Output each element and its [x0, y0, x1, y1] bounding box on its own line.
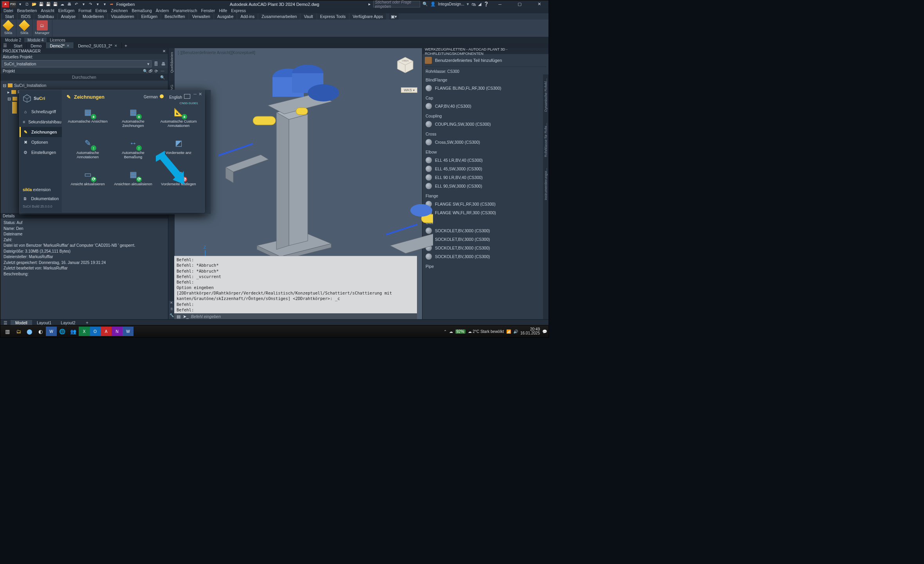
ribbon-tab[interactable]: Visualisieren — [108, 13, 137, 20]
sucri-grid-item[interactable]: CN00-SU001📐+Automatische Custom Annotati… — [157, 105, 200, 128]
ribbon-tab[interactable]: Verwalten — [189, 13, 213, 20]
sucri-menu-zeichnungen[interactable]: ✎Zeichnungen — [20, 127, 62, 137]
taskbar-onenote-icon[interactable]: N — [112, 327, 123, 336]
project-search[interactable]: Durchsuchen — [0, 74, 168, 81]
taskbar-acad-icon[interactable]: A — [101, 327, 112, 336]
cmd-pipe-icon[interactable]: ⎘ — [169, 307, 174, 313]
sikla-icon[interactable] — [19, 20, 30, 31]
ribbon-tab[interactable]: Einfügen — [138, 13, 161, 20]
menu-item[interactable]: Zeichnen — [111, 8, 128, 13]
palette-sidetab[interactable]: Instrumentierungsr... — [544, 168, 548, 200]
palette-item[interactable]: ELL 45 LR,BV,40 (CS300) — [426, 156, 540, 164]
palette-item[interactable]: Cross,SW,3000 (CS300) — [426, 138, 540, 146]
menu-item[interactable]: Extras — [95, 8, 107, 13]
ribbon-tab[interactable]: Modellieren — [79, 13, 107, 20]
help-icon[interactable]: ❔ — [484, 2, 489, 7]
sucri-grid-item[interactable]: ▭⟳Ansicht aktualisieren — [67, 168, 109, 186]
proj-ico[interactable]: ⟳ — [155, 69, 160, 73]
app-icon[interactable]: A — [2, 1, 9, 7]
sucri-grid-item[interactable]: ▦⟳Ansichten aktualisieren — [112, 168, 154, 186]
ribbon-tab[interactable]: Beschriften — [161, 13, 188, 20]
proj-tool-icon[interactable]: 🗄 — [153, 61, 159, 67]
search-icon[interactable]: 🔍 — [422, 2, 428, 7]
palette-item[interactable]: SOCKOLET,BV,3000 (CS300) — [426, 235, 540, 244]
taskbar-grip-icon[interactable]: ▥ — [2, 327, 13, 336]
undo-icon[interactable]: ↶ — [73, 1, 79, 7]
menu-item[interactable]: Express — [231, 8, 246, 13]
help-search[interactable]: Stichwort oder Frage eingeben — [373, 1, 420, 7]
ribbon-tab[interactable]: Start — [2, 13, 17, 20]
close-icon[interactable]: ✕ — [114, 44, 117, 48]
doctab-add-icon[interactable]: ＋ — [122, 43, 130, 49]
sikla-icon[interactable] — [3, 20, 14, 31]
sucri-menu-doc[interactable]: 🗎Dokumentation — [20, 193, 62, 204]
user-icon[interactable]: 👤 — [430, 2, 436, 7]
sucri-menu-einstellungen[interactable]: ⚙Einstellungen — [20, 147, 62, 157]
ribbon-tab[interactable]: Add-ins — [237, 13, 258, 20]
layout-tab[interactable]: Layout2 — [56, 320, 80, 325]
cloud-icon[interactable]: ☁ — [59, 1, 65, 7]
ribbon-tab[interactable]: Analyse — [58, 13, 79, 20]
command-line[interactable]: ▤ ➤_ Befehl eingeben — [174, 313, 417, 320]
taskbar-onedrive-icon[interactable]: ☁ — [449, 329, 453, 334]
open-icon[interactable]: 📂 — [31, 1, 37, 7]
ribbon-tab[interactable]: Zusammenarbeiten — [258, 13, 300, 20]
command-log[interactable]: Befehl:Befehl: *Abbruch*Befehl: *Abbruch… — [174, 256, 417, 313]
palette-item[interactable]: SOCKOLET,BV,3000 (CS300) — [426, 226, 540, 235]
palette-item[interactable]: FLANGE WN,FL,RF,300 (CS300) — [426, 208, 540, 217]
taskbar-excel-icon[interactable]: X — [79, 327, 90, 336]
maximize-button[interactable]: ▢ — [511, 0, 528, 8]
palette-item[interactable]: SOCKOLET,BV,3000 (CS300) — [426, 252, 540, 261]
menu-item[interactable]: Bearbeiten — [17, 8, 37, 13]
sucri-grid-item[interactable]: ◩⊘Vorderseite festlegen — [157, 168, 200, 186]
taskbar-battery-icon[interactable]: 92% — [455, 329, 466, 334]
sucri-grid-item[interactable]: ↔↑Automatische Bemaßung — [112, 137, 154, 159]
close-button[interactable]: ✕ — [531, 0, 548, 8]
taskbar-weather[interactable]: ☁ 2°C Stark bewölkt — [468, 329, 504, 334]
sucri-menu-stahlbau[interactable]: ≡Sekundärstahlbau — [20, 117, 62, 127]
manager-icon[interactable]: 🗂 — [37, 20, 48, 31]
menu-item[interactable]: Ändern — [156, 8, 169, 13]
save-icon[interactable]: 💾 — [38, 1, 44, 7]
ribbon-tab[interactable]: Ausgabe — [214, 13, 236, 20]
taskbar-chrome-icon[interactable]: ◐ — [35, 327, 46, 336]
palette-sidetab[interactable]: Dynamische Rohrkl... — [544, 78, 548, 112]
palette-item[interactable]: FLANGE BLIND,FL,RF,300 (CS300) — [426, 84, 540, 92]
menu-item[interactable]: Format — [78, 8, 91, 13]
layout-tab[interactable]: Layout1 — [32, 320, 56, 325]
ribbon-tab[interactable]: ISOS — [18, 13, 34, 20]
new-icon[interactable]: 🗋 — [24, 1, 30, 7]
saveall-icon[interactable]: 💾 — [52, 1, 58, 7]
cmd-menu-icon[interactable]: ▤ — [177, 314, 180, 319]
palette-item[interactable]: CAP,BV,40 (CS300) — [426, 102, 540, 110]
panel-close-icon[interactable]: ✕ — [162, 49, 166, 53]
palette-add-row[interactable]: Benutzerdefiniertes Teil hinzufügen — [425, 56, 546, 67]
menu-item[interactable]: Datei — [4, 8, 13, 13]
proj-ico[interactable]: 🔍 — [143, 69, 148, 73]
share-icon[interactable]: ➦ — [108, 1, 115, 7]
palette-item[interactable]: FLANGE SW,FL,RF,300 (CS300) — [426, 200, 540, 208]
ribbon-tab[interactable]: Express Tools — [317, 13, 349, 20]
taskbar-word2-icon[interactable]: W — [123, 327, 134, 336]
taskbar-chevron-icon[interactable]: ⌃ — [444, 329, 447, 334]
sucri-grid-item[interactable]: ▦+Automatische Ansichten — [67, 105, 109, 128]
layout-menu-icon[interactable]: ☰ — [0, 320, 11, 325]
palette-item[interactable]: ELL 90,SW,3000 (CS300) — [426, 182, 540, 190]
print-icon[interactable]: 🖶 — [66, 1, 72, 7]
ribbon-collapse-icon[interactable]: ▣▾ — [389, 13, 399, 20]
proj-ico[interactable]: ⋯ — [161, 69, 166, 73]
menu-item[interactable]: Bemaßung — [132, 8, 152, 13]
sucri-grid-item[interactable]: ✎↑Automatische Annotationen — [67, 137, 109, 159]
redo-drop-icon[interactable]: ▾ — [94, 1, 101, 7]
lang-german[interactable]: German — [144, 94, 164, 99]
taskbar-clock[interactable]: 20:4916.01.2025 — [520, 327, 540, 336]
user-label[interactable]: IntegaDesign... — [438, 2, 464, 6]
layout-tab-model[interactable]: Modell — [11, 320, 32, 325]
menu-item[interactable]: Einfügen — [58, 8, 74, 13]
palette-item[interactable]: ELL 90 LR,BV,40 (CS300) — [426, 173, 540, 182]
sucri-grid-item[interactable]: ▦+Automatische Zeichnungen — [112, 105, 154, 128]
qat-drop-icon[interactable]: ▾ — [101, 1, 108, 7]
sucri-menu-schnellzugriff[interactable]: ⌂Schnellzugriff — [20, 107, 62, 117]
palette-sidetab[interactable]: Rohrklasse für Rohr... — [544, 123, 548, 157]
dropdown-icon[interactable]: ▾ — [17, 1, 23, 7]
